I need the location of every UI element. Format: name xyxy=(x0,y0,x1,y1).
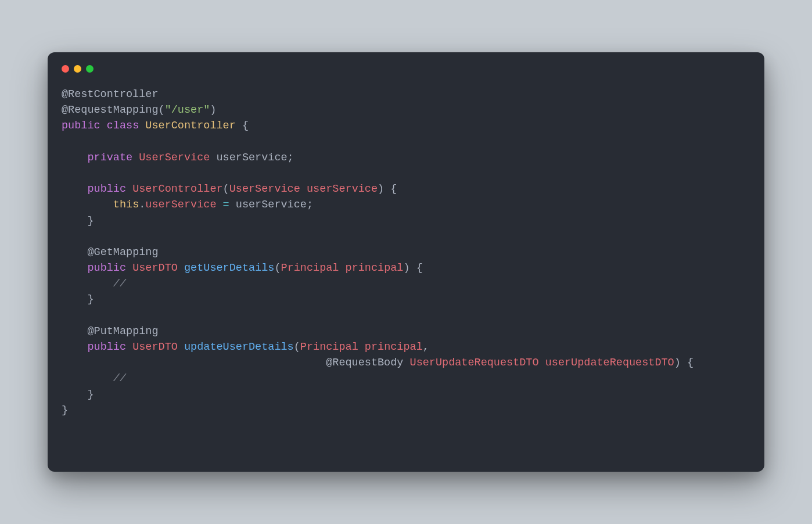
punct: ; xyxy=(307,199,313,211)
field-name: userService xyxy=(210,152,287,164)
brace: { xyxy=(410,262,423,274)
punct: . xyxy=(139,199,145,211)
maximize-icon[interactable] xyxy=(86,65,94,73)
keyword: private xyxy=(87,152,132,164)
punct: ( xyxy=(294,341,300,353)
annotation: @RequestBody xyxy=(326,357,403,369)
keyword: public xyxy=(62,120,100,132)
punct: ) xyxy=(378,183,384,195)
type-name: UserService xyxy=(139,152,210,164)
indent xyxy=(62,199,113,211)
param-type: Principal xyxy=(281,262,339,274)
punct: ( xyxy=(223,183,229,195)
keyword: public xyxy=(87,341,126,353)
field-ref: userService xyxy=(145,199,216,211)
punct: ( xyxy=(159,104,165,116)
brace: } xyxy=(87,389,94,401)
method-name: updateUserDetails xyxy=(184,341,294,353)
annotation: @GetMapping xyxy=(87,246,158,259)
param-name: principal xyxy=(358,341,423,353)
punct: ; xyxy=(288,152,294,164)
return-type: UserDTO xyxy=(132,262,178,274)
indent xyxy=(62,389,87,401)
keyword: class xyxy=(107,120,139,132)
param-name: principal xyxy=(339,262,403,274)
punct: ( xyxy=(274,262,281,274)
annotation: @PutMapping xyxy=(87,325,158,338)
indent xyxy=(62,215,87,227)
punct: ) xyxy=(674,357,681,369)
traffic-lights xyxy=(62,65,750,73)
brace: } xyxy=(87,293,94,306)
comment: // xyxy=(113,278,126,290)
comment: // xyxy=(113,372,126,385)
param-type: UserService xyxy=(229,183,300,195)
indent xyxy=(62,325,87,338)
var-ref: userService xyxy=(236,199,307,211)
keyword: public xyxy=(87,183,126,195)
indent xyxy=(62,357,326,369)
return-type: UserDTO xyxy=(132,341,178,353)
string-literal: "/user" xyxy=(165,104,210,116)
indent xyxy=(62,341,87,353)
indent xyxy=(62,372,113,385)
code-block: @RestController @RequestMapping("/user")… xyxy=(62,87,750,418)
annotation: @RestController xyxy=(62,88,159,101)
param-name: userService xyxy=(300,183,378,195)
class-name: UserController xyxy=(145,120,235,132)
indent xyxy=(62,262,87,274)
indent xyxy=(62,278,113,290)
punct: ) xyxy=(210,104,216,116)
operator: = xyxy=(216,199,235,211)
brace: { xyxy=(681,357,694,369)
param-name: userUpdateRequestDTO xyxy=(539,357,674,369)
close-icon[interactable] xyxy=(62,65,69,73)
punct: , xyxy=(423,341,429,353)
this-keyword: this xyxy=(113,199,139,211)
code-window: @RestController @RequestMapping("/user")… xyxy=(48,52,764,472)
param-type: UserUpdateRequestDTO xyxy=(410,357,539,369)
minimize-icon[interactable] xyxy=(74,65,81,73)
brace: { xyxy=(236,120,249,132)
keyword: public xyxy=(87,262,126,274)
constructor-name: UserController xyxy=(132,183,222,195)
brace: } xyxy=(62,404,68,417)
indent xyxy=(62,152,87,164)
method-name: getUserDetails xyxy=(184,262,274,274)
brace: { xyxy=(384,183,397,195)
punct: ) xyxy=(403,262,409,274)
brace: } xyxy=(87,215,94,227)
indent xyxy=(62,246,87,259)
indent xyxy=(62,183,87,195)
indent xyxy=(62,293,87,306)
param-type: Principal xyxy=(300,341,358,353)
annotation: @RequestMapping xyxy=(62,104,159,116)
